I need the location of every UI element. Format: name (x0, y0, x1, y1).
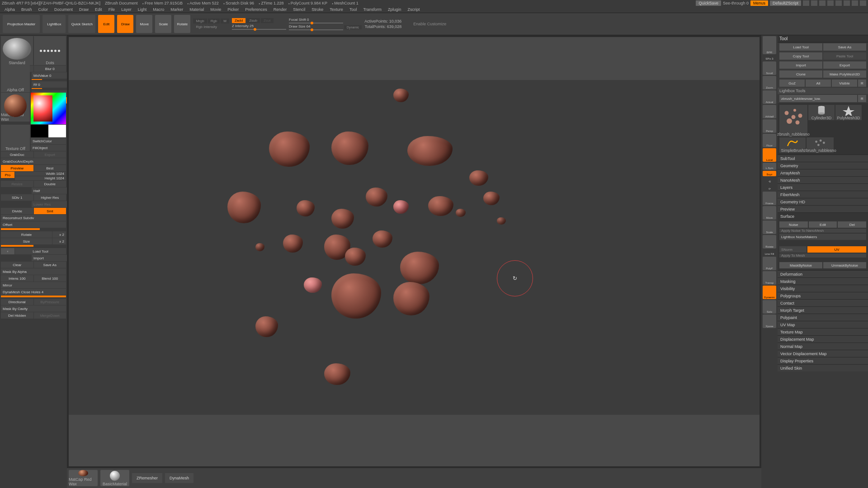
window-icon[interactable] (819, 0, 826, 6)
bpr-button[interactable]: BPR (763, 36, 776, 54)
preview-toggle[interactable]: Preview (1, 165, 33, 171)
double-button[interactable]: Double (34, 181, 66, 187)
menu-item[interactable]: Picker (225, 7, 241, 12)
scale-button[interactable]: Scale (155, 15, 171, 33)
scroll-icon[interactable]: Scroll (763, 61, 776, 75)
menu-item[interactable]: Preferences (242, 7, 270, 12)
zadd-toggle[interactable]: Zadd (232, 18, 245, 23)
menu-item[interactable]: Alpha (2, 7, 18, 12)
dynamesh-button[interactable]: DynaMesh (165, 473, 193, 483)
spix-label[interactable]: SPix 3 (763, 55, 776, 61)
blend-field[interactable]: Blend 100 (34, 275, 66, 282)
section-surface[interactable]: Surface (778, 212, 868, 220)
current-tool-name[interactable]: zbrush_rubblesnow_low. (779, 95, 857, 102)
del-button[interactable]: Del (838, 221, 866, 228)
section-display[interactable]: Display Properties (778, 357, 868, 364)
apply-noise-nanomesh[interactable]: Apply Noise To NanoMesh (779, 229, 866, 233)
lightbox-noisemakers[interactable]: Lightbox NoiseMakers (779, 234, 866, 240)
menu-item[interactable]: Transform (360, 7, 384, 12)
menu-item[interactable]: Stroke (309, 7, 326, 12)
dynamesh-slider[interactable] (1, 296, 66, 297)
alpha-thumb[interactable]: Alpha Off (1, 65, 30, 92)
all-button[interactable]: All (806, 80, 831, 87)
window-icon[interactable] (803, 0, 809, 6)
local-icon[interactable]: Local (763, 148, 776, 162)
z-intensity-slider[interactable] (232, 29, 286, 30)
section-nanomesh[interactable]: NanoMesh (778, 176, 868, 183)
focal-shift-label[interactable]: Focal Shift 0 (289, 18, 362, 22)
menu-item[interactable]: Render (271, 7, 290, 12)
sxyz-icon[interactable]: Sxyz (763, 171, 776, 176)
white-swatch[interactable] (48, 125, 66, 137)
tool-panel-title[interactable]: Tool (778, 35, 868, 42)
apply-to-mesh[interactable]: Apply To Mesh (779, 253, 866, 258)
section-geometry[interactable]: Geometry (778, 162, 868, 169)
fillobject-button[interactable]: FillObject (31, 145, 66, 151)
divide-button[interactable]: Divide (1, 208, 33, 214)
section-dispmap[interactable]: Displacement Map (778, 335, 868, 343)
dynamic-toggle[interactable]: Dynamic (344, 25, 362, 29)
window-icon[interactable] (827, 0, 834, 6)
bypressure-button[interactable]: ByPressure (34, 299, 66, 305)
material-chip[interactable]: MatCap Red Wax (69, 470, 98, 486)
menu-item[interactable]: File (106, 7, 118, 12)
axis-icon[interactable]: ⟳ (763, 184, 776, 191)
pro-toggle[interactable]: Pro (1, 172, 14, 178)
load-tool-button[interactable]: Load Tool (779, 43, 822, 51)
save-as-button[interactable]: Save As (823, 43, 866, 51)
section-preview[interactable]: Preview (778, 205, 868, 212)
mask-by-alpha[interactable]: Mask By Alpha (1, 268, 66, 275)
load-tool-button[interactable]: Load Tool (15, 248, 66, 254)
floor-icon[interactable]: Floor (763, 134, 776, 147)
section-geometryhd[interactable]: Geometry HD (778, 198, 868, 205)
lightbox-tools[interactable]: Lightbox Tools (778, 88, 868, 94)
menu-item[interactable]: Texture (327, 7, 346, 12)
menu-item[interactable]: Tool (347, 7, 360, 12)
menus-button[interactable]: Menus (750, 0, 768, 6)
m-toggle[interactable]: M (221, 19, 229, 23)
directional-button[interactable]: Directional (1, 299, 33, 305)
xpose-icon[interactable]: Xpose (763, 314, 776, 328)
tool-icon[interactable]: ▫ (1, 248, 14, 254)
import-button[interactable]: Import (32, 255, 67, 261)
clear-button[interactable]: Clear (1, 262, 33, 268)
color-picker[interactable] (31, 93, 66, 124)
polyf-icon[interactable]: PolyF (763, 257, 776, 270)
height-field[interactable]: Height 1024 (15, 176, 66, 180)
section-polygroups[interactable]: Polygroups (778, 292, 868, 299)
menu-item[interactable]: Color (36, 7, 51, 12)
menu-item[interactable]: Light (135, 7, 150, 12)
rgb-toggle[interactable]: Rgb (208, 19, 220, 23)
zoom-icon[interactable]: Zoom (763, 76, 776, 89)
axis-icon[interactable]: ⟲ (763, 177, 776, 183)
black-swatch[interactable] (31, 125, 48, 137)
section-contact[interactable]: Contact (778, 299, 868, 306)
width-field[interactable]: Width 1024 (15, 172, 66, 176)
section-fibermesh[interactable]: FiberMesh (778, 191, 868, 198)
texture-thumb[interactable]: Texture Off (1, 125, 30, 151)
defaultscript-button[interactable]: DefaultZScript (770, 0, 801, 6)
offset-slider[interactable] (1, 228, 40, 230)
import-button[interactable]: Import (779, 61, 822, 69)
mrgb-toggle[interactable]: Mrgb (193, 19, 207, 23)
window-icon[interactable] (852, 0, 858, 6)
section-texturemap[interactable]: Texture Map (778, 328, 868, 335)
viewport[interactable] (69, 37, 760, 466)
draw-size-label[interactable]: Draw Size 64 (289, 24, 343, 28)
move-icon[interactable]: Move (763, 206, 776, 220)
rotate-field[interactable]: Rotate (1, 231, 52, 238)
menu-item[interactable]: Layer (118, 7, 134, 12)
grabdocdepth-button[interactable]: GrabDocAndDepth (1, 158, 66, 164)
lsym-icon[interactable]: L.Sym (763, 163, 776, 170)
noise-button[interactable]: Noise (779, 221, 808, 228)
del-hidden-button[interactable]: Del Hidden (1, 312, 33, 319)
goz-button[interactable]: GoZ (779, 80, 805, 87)
rotate-icon[interactable]: Rotate (763, 235, 776, 249)
menu-item[interactable]: Edit (92, 7, 105, 12)
stroke-thumb[interactable]: Dots (34, 36, 66, 65)
lightbox-button[interactable]: LightBox (42, 15, 66, 33)
half-button[interactable]: Half (32, 188, 67, 194)
draw-size-slider[interactable] (289, 29, 343, 30)
saveas-button[interactable]: Save As (34, 262, 66, 268)
offset-field[interactable]: Offset (1, 221, 66, 228)
